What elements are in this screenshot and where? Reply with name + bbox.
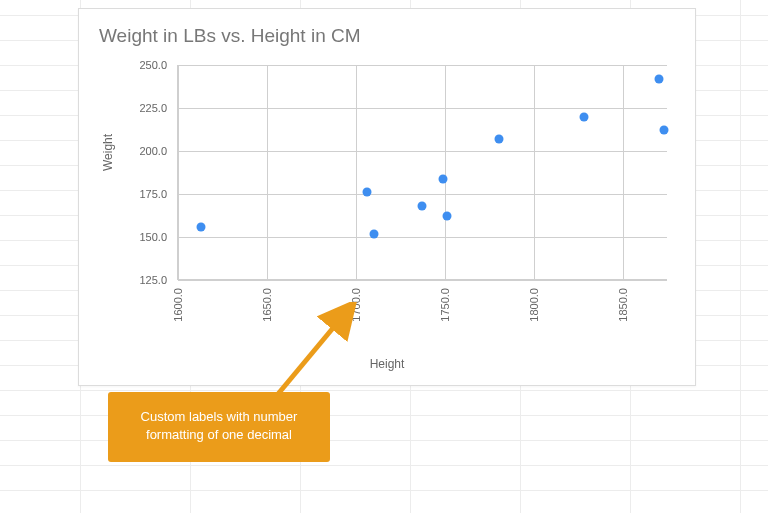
data-point [197, 222, 206, 231]
vgrid-line [445, 65, 446, 279]
y-tick-label: 225.0 [117, 102, 167, 114]
x-tick-label: 1600.0 [172, 288, 184, 322]
hgrid-line [178, 280, 667, 281]
vgrid-line [356, 65, 357, 279]
hgrid-line [178, 65, 667, 66]
annotation-callout-text: Custom labels with number formatting of … [141, 409, 298, 442]
y-tick-label: 125.0 [117, 274, 167, 286]
x-tick-label: 1700.0 [350, 288, 362, 322]
x-axis-label: Height [370, 357, 405, 371]
x-tick-label: 1650.0 [261, 288, 273, 322]
data-point [494, 134, 503, 143]
vgrid-line [534, 65, 535, 279]
x-tick-label: 1750.0 [439, 288, 451, 322]
data-point [362, 188, 371, 197]
data-point [443, 212, 452, 221]
hgrid-line [178, 194, 667, 195]
vgrid-line [623, 65, 624, 279]
y-tick-label: 175.0 [117, 188, 167, 200]
hgrid-line [178, 108, 667, 109]
data-point [370, 229, 379, 238]
chart-container[interactable]: Weight in LBs vs. Height in CM Weight 12… [78, 8, 696, 386]
y-axis-label: Weight [101, 134, 115, 171]
data-point [439, 174, 448, 183]
data-point [660, 126, 669, 135]
chart-title: Weight in LBs vs. Height in CM [99, 25, 361, 47]
plot-area: 125.0150.0175.0200.0225.0250.01600.01650… [177, 65, 667, 280]
y-tick-label: 150.0 [117, 231, 167, 243]
data-point [580, 112, 589, 121]
data-point [655, 74, 664, 83]
y-tick-label: 200.0 [117, 145, 167, 157]
hgrid-line [178, 237, 667, 238]
x-tick-label: 1850.0 [617, 288, 629, 322]
vgrid-line [267, 65, 268, 279]
annotation-callout: Custom labels with number formatting of … [108, 392, 330, 462]
hgrid-line [178, 151, 667, 152]
data-point [418, 202, 427, 211]
vgrid-line [178, 65, 179, 279]
y-tick-label: 250.0 [117, 59, 167, 71]
x-tick-label: 1800.0 [528, 288, 540, 322]
